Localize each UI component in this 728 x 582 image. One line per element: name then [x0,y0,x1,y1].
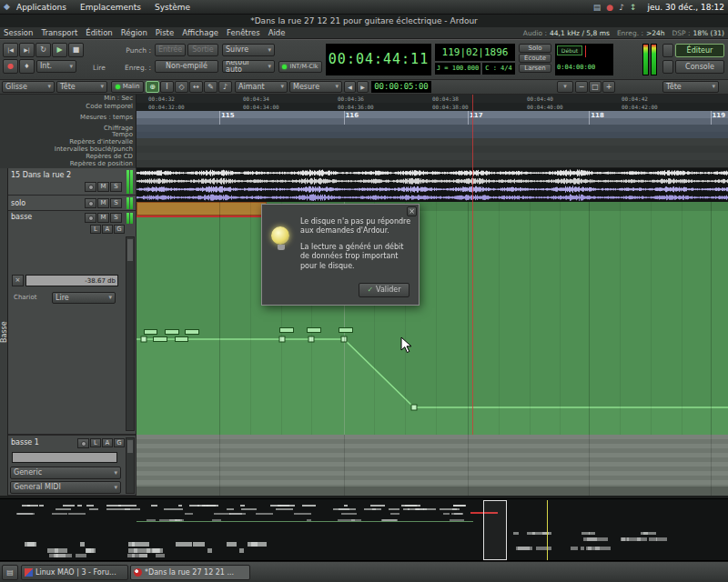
automation-node[interactable] [141,336,147,342]
audio-tracks-canvas[interactable] [136,168,728,202]
track3-layer-button[interactable]: L [90,225,101,234]
valider-button[interactable]: ✓ Valider [359,283,410,297]
bars-ruler[interactable]: 115 116 117 118 119 [136,111,728,118]
midi-note[interactable] [153,336,167,342]
range-markers-ruler[interactable] [136,138,728,146]
zoom-fit-button[interactable]: □ [589,81,602,93]
track-header-basse[interactable]: basse M S L A G × -38.67 db Chariot Lire… [8,211,136,435]
editeur-button[interactable]: Éditeur [675,44,724,57]
meter-reset-button[interactable] [662,60,673,74]
larsen-button[interactable]: Larsen [519,64,551,73]
transport-play-button[interactable]: ▶ [52,43,67,57]
track3-scrollbar[interactable] [126,236,135,431]
waveform-track1-left[interactable] [136,169,728,176]
zoom-focus-tete-dropdown[interactable]: Tête ▾ [662,81,719,93]
meter-mode-button[interactable] [662,44,673,57]
grab-tool-button[interactable]: ⊕ [146,81,159,93]
main-clock[interactable]: 00:04:44:11 [326,44,431,75]
zoom-in-button[interactable]: + [602,81,615,93]
ruler-label-bars-beats[interactable]: Mesures : temps [0,111,136,125]
track2-name[interactable]: solo [11,199,25,207]
track1-solo-button[interactable]: S [110,182,122,192]
transport-extra-button[interactable]: ♦ [19,59,35,74]
track2-record-button[interactable] [85,198,96,208]
solo-button[interactable]: Solo [519,44,551,53]
track3-name[interactable]: basse [11,213,32,221]
midi-note[interactable] [279,327,294,333]
sync-source-dropdown[interactable]: Int. ▾ [36,60,76,73]
track1-mute-button[interactable]: M [97,182,109,192]
nudge-backward-button[interactable]: ◀ [344,81,356,93]
nudge-forward-button[interactable]: ▶ [357,81,369,93]
malin-toggle[interactable]: Malin [111,81,144,93]
menu-session[interactable]: Session [4,28,33,37]
session-summary[interactable] [0,498,728,561]
midi-note[interactable] [307,327,321,333]
range-tool-button[interactable]: I [160,81,174,93]
ruler-label-min-sec[interactable]: Min : Sec [0,95,136,103]
general-midi-dropdown[interactable]: General MIDI ▾ [10,481,121,494]
menu-affichage[interactable]: Affichage [182,28,218,37]
midi-note[interactable] [185,329,199,335]
cd-markers-ruler[interactable] [136,153,728,160]
zoom-out-button[interactable]: − [575,81,588,93]
menu-edition[interactable]: Édition [86,28,112,37]
ruler-label-timecode[interactable]: Code temporel [0,103,136,111]
midi-note[interactable] [165,329,179,335]
sync-mode-button[interactable]: INT/M-Clk [278,61,322,73]
track4-scrollbar[interactable] [126,437,135,494]
ecoute-button[interactable]: Écoute [519,54,551,63]
transport-goto-end-button[interactable]: ▶| [19,43,35,57]
menu-piste[interactable]: Piste [156,28,174,37]
punch-in-button[interactable]: Entrée [155,44,186,56]
non-empile-button[interactable]: Non-empilé [155,60,218,73]
menu-emplacements[interactable]: Emplacements [80,3,141,12]
minsec-ruler[interactable]: 00:04:32 00:04:34 00:04:36 00:04:38 00:0… [136,95,728,103]
waveform-track2-right[interactable] [136,194,728,201]
beats-ruler[interactable] [136,118,728,125]
taskbar-item-browser[interactable]: Linux MAO | 3 - Foru... [21,565,128,580]
window-list-icon[interactable]: ▤ [593,4,602,12]
track4-gain-fader[interactable] [12,452,117,463]
shuttle-panel[interactable]: Début 0:04:00:00 [555,44,613,75]
chariot-mode-dropdown[interactable]: Lire ▾ [52,292,116,304]
secondary-clock[interactable]: 119|02|1896 [435,44,515,61]
network-icon[interactable]: ↕ [630,4,637,12]
taskbar-item-ardour[interactable]: *Dans la rue 27 12 21 ... [130,565,250,580]
zoom-tool-button[interactable]: ◇ [175,81,188,93]
track3-automation-button[interactable]: A [102,225,113,234]
transport-stop-button[interactable]: ■ [68,43,84,57]
distro-logo-icon[interactable]: ◆ [4,3,10,11]
track3-scrollbar-handle[interactable] [127,239,133,261]
track3-group-button[interactable]: G [114,225,125,234]
track2-solo-button[interactable]: S [110,198,122,208]
suivre-dropdown[interactable]: Suivre ▾ [222,44,275,56]
location-markers-ruler[interactable] [136,160,728,168]
fader-hide-button[interactable]: × [12,275,24,286]
track2-mute-button[interactable]: M [97,198,109,208]
track3-solo-button[interactable]: S [110,213,122,223]
transport-loop-button[interactable]: ↻ [35,43,51,57]
start-marker-display[interactable]: Début [557,45,582,55]
summary-view-rectangle[interactable] [483,500,507,560]
transport-record-button[interactable]: ● [3,59,18,74]
ruler-label-range-markers[interactable]: Repères d'intervalle [0,138,136,146]
track3-record-button[interactable] [85,213,96,223]
waveform-track2-left[interactable] [136,186,728,193]
updates-icon[interactable]: ● [606,4,613,12]
mesure-dropdown[interactable]: Mesure ▾ [289,81,342,93]
glisse-dropdown[interactable]: Glisse ▾ [2,81,55,93]
track4-record-button[interactable] [77,438,89,448]
ruler-label-loop-punch[interactable]: Intervalles bouclé/punch [0,146,136,153]
edit-point-dropdown[interactable]: Tête ▾ [56,81,107,93]
gain-fader[interactable]: -38.67 db [25,275,118,286]
stretch-tool-button[interactable]: ↔ [189,81,203,93]
track4-automation-button[interactable]: A [102,438,113,447]
track1-record-button[interactable] [85,182,96,192]
playhead[interactable] [472,95,473,435]
track3-mute-button[interactable]: M [97,213,109,223]
volume-icon[interactable]: ♪ [619,4,624,12]
audition-tool-button[interactable]: ♪ [218,81,232,93]
meter-display[interactable]: C : 4/4 [482,63,515,75]
track-header-solo[interactable]: solo M S [8,196,136,211]
